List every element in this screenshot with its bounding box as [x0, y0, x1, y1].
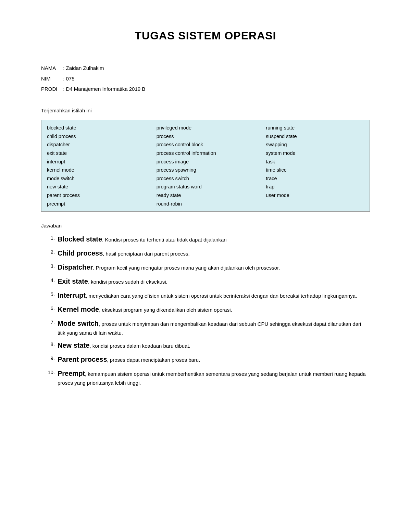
- answer-text: , hasil penciptaan dari parent process.: [103, 251, 189, 257]
- answer-content: Dispatcher, Program kecil yang mengatur …: [58, 262, 370, 273]
- answer-text: , menyediakan cara yang efisien untuk si…: [86, 293, 357, 299]
- answers-section: Jawaban 1. Blocked state, Kondisi proses…: [41, 222, 370, 387]
- answer-item: 9. Parent process, proses dapat mencipta…: [41, 354, 370, 365]
- answer-text: , proses dapat menciptakan proses baru.: [107, 357, 200, 363]
- prodi-value: : D4 Manajemen Informatika 2019 B: [63, 86, 145, 92]
- term-bold: Mode switch: [58, 320, 99, 327]
- answer-text: , kemampuan sistem operasi untuk memberh…: [58, 371, 366, 386]
- answers-list: 1. Blocked state, Kondisi proses itu ter…: [41, 234, 370, 387]
- term-bold: Parent process: [58, 356, 107, 363]
- term-item: round-robin: [157, 200, 255, 208]
- page-title: TUGAS SISTEM OPERASI: [41, 27, 370, 44]
- term-item: process image: [157, 158, 255, 166]
- term-bold: Exit state: [58, 277, 88, 285]
- list-number: 2.: [41, 248, 55, 259]
- answer-content: New state, kondisi proses dalam keadaan …: [58, 340, 370, 351]
- info-nama: NAMA : Zaidan Zulhakim: [41, 64, 370, 72]
- term-bold: Preempt: [58, 370, 85, 377]
- answer-content: Exit state, kondisi proses sudah di ekse…: [58, 276, 370, 287]
- answer-content: Interrupt, menyediakan cara yang efisien…: [58, 290, 370, 301]
- list-number: 4.: [41, 276, 55, 287]
- list-number: 9.: [41, 354, 55, 365]
- term-item: trace: [266, 174, 364, 183]
- answer-content: Kernel mode, eksekusi program yang diken…: [58, 304, 370, 315]
- answers-label: Jawaban: [41, 222, 370, 230]
- term-item: new state: [47, 183, 145, 191]
- answer-text: , proses untuk menyimpan dan mengembalik…: [58, 321, 361, 336]
- answer-content: Child process, hasil penciptaan dari par…: [58, 248, 370, 259]
- answer-content: Mode switch, proses untuk menyimpan dan …: [58, 318, 370, 337]
- term-item: process control block: [157, 140, 255, 149]
- term-bold: Kernel mode: [58, 306, 99, 313]
- list-number: 8.: [41, 340, 55, 351]
- info-prodi: PRODI : D4 Manajemen Informatika 2019 B: [41, 85, 370, 93]
- info-nim: NIM : 075: [41, 75, 370, 83]
- terms-table: blocked statechild processdispatcherexit…: [41, 120, 370, 212]
- term-item: time slice: [266, 166, 364, 174]
- nim-label: NIM: [41, 75, 62, 83]
- term-item: kernel mode: [47, 166, 145, 174]
- term-bold: Dispatcher: [58, 263, 93, 271]
- terms-row: blocked statechild processdispatcherexit…: [41, 120, 370, 212]
- nama-label: NAMA: [41, 64, 62, 72]
- list-number: 5.: [41, 290, 55, 301]
- term-item: user mode: [266, 191, 364, 200]
- term-bold: New state: [58, 342, 89, 349]
- answer-content: Parent process, proses dapat menciptakan…: [58, 354, 370, 365]
- nama-value: : Zaidan Zulhakim: [63, 65, 104, 71]
- answer-text: , Program kecil yang mengatur proses man…: [93, 265, 280, 271]
- answer-item: 1. Blocked state, Kondisi proses itu ter…: [41, 234, 370, 245]
- term-bold: Blocked state: [58, 235, 102, 243]
- answer-item: 6. Kernel mode, eksekusi program yang di…: [41, 304, 370, 315]
- term-item: program status word: [157, 183, 255, 191]
- answer-item: 8. New state, kondisi proses dalam keada…: [41, 340, 370, 351]
- term-item: system mode: [266, 149, 364, 158]
- nim-value: : 075: [63, 76, 74, 82]
- list-number: 6.: [41, 304, 55, 315]
- term-item: dispatcher: [47, 140, 145, 149]
- term-item: ready state: [157, 191, 255, 200]
- term-item: process: [157, 132, 255, 141]
- term-item: mode switch: [47, 174, 145, 183]
- list-number: 10.: [41, 368, 55, 387]
- term-item: trap: [266, 183, 364, 191]
- answer-content: Preempt, kemampuan sistem operasi untuk …: [58, 368, 370, 387]
- term-item: child process: [47, 132, 145, 141]
- answer-text: , Kondisi proses itu terhenti atau tidak…: [102, 237, 227, 243]
- answer-text: , kondisi proses dalam keadaan baru dibu…: [89, 343, 190, 349]
- term-item: privileged mode: [157, 124, 255, 132]
- instruction-label: Terjemahkan istilah ini: [41, 107, 370, 115]
- term-item: preempt: [47, 200, 145, 208]
- answer-item: 2. Child process, hasil penciptaan dari …: [41, 248, 370, 259]
- term-item: process switch: [157, 174, 255, 183]
- prodi-label: PRODI: [41, 85, 62, 93]
- term-bold: Interrupt: [58, 292, 86, 299]
- term-item: running state: [266, 124, 364, 132]
- term-item: blocked state: [47, 124, 145, 132]
- list-number: 3.: [41, 262, 55, 273]
- term-item: interrupt: [47, 158, 145, 166]
- term-item: exit state: [47, 149, 145, 158]
- answer-item: 3. Dispatcher, Program kecil yang mengat…: [41, 262, 370, 273]
- answer-text: , eksekusi program yang dikendalikan ole…: [99, 307, 232, 313]
- list-number: 1.: [41, 234, 55, 245]
- term-item: process spawning: [157, 166, 255, 174]
- term-item: task: [266, 158, 364, 166]
- answer-text: , kondisi proses sudah di eksekusi.: [88, 279, 167, 285]
- answer-item: 5. Interrupt, menyediakan cara yang efis…: [41, 290, 370, 301]
- term-item: process control information: [157, 149, 255, 158]
- answer-content: Blocked state, Kondisi proses itu terhen…: [58, 234, 370, 245]
- terms-col1: blocked statechild processdispatcherexit…: [41, 120, 151, 212]
- term-item: parent process: [47, 191, 145, 200]
- term-bold: Child process: [58, 249, 103, 257]
- answer-item: 10. Preempt, kemampuan sistem operasi un…: [41, 368, 370, 387]
- term-item: swapping: [266, 140, 364, 149]
- answer-item: 4. Exit state, kondisi proses sudah di e…: [41, 276, 370, 287]
- term-item: suspend state: [266, 132, 364, 141]
- info-section: NAMA : Zaidan Zulhakim NIM : 075 PRODI :…: [41, 64, 370, 93]
- terms-col3: running statesuspend stateswappingsystem…: [260, 120, 370, 212]
- terms-col2: privileged modeprocessprocess control bl…: [151, 120, 260, 212]
- list-number: 7.: [41, 318, 55, 337]
- answer-item: 7. Mode switch, proses untuk menyimpan d…: [41, 318, 370, 337]
